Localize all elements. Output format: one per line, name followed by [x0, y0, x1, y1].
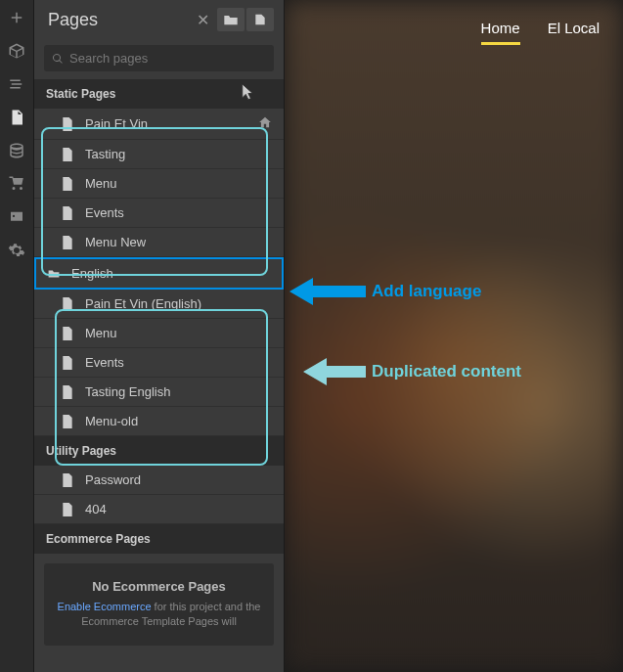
left-rail — [0, 0, 34, 672]
page-icon — [62, 117, 75, 131]
ecommerce-empty-text: Enable Ecommerce for this project and th… — [56, 600, 262, 630]
ecommerce-empty-title: No Ecommerce Pages — [56, 579, 262, 594]
ecommerce-pages-header: Ecommerce Pages — [34, 524, 284, 554]
home-icon — [258, 115, 272, 132]
assets-icon[interactable] — [7, 207, 26, 227]
page-item[interactable]: Menu-old — [34, 407, 284, 436]
search-icon — [52, 53, 64, 65]
page-icon — [62, 503, 75, 516]
nav-el-local[interactable]: El Local — [548, 20, 600, 45]
enable-ecommerce-link[interactable]: Enable Ecommerce — [58, 601, 152, 612]
nav-icon[interactable] — [7, 74, 26, 94]
page-icon — [62, 356, 75, 370]
page-icon — [62, 177, 75, 191]
panel-title: Pages — [48, 10, 189, 30]
page-icon — [62, 206, 75, 220]
ecommerce-empty-box: No Ecommerce Pages Enable Ecommerce for … — [44, 563, 274, 646]
cms-icon[interactable] — [7, 141, 26, 160]
svg-marker-0 — [289, 278, 366, 305]
page-item[interactable]: Tasting — [34, 140, 284, 169]
cube-icon[interactable] — [7, 41, 26, 61]
static-pages-header: Static Pages — [34, 79, 284, 109]
folder-item-english[interactable]: English — [34, 257, 284, 290]
page-item[interactable]: Events — [34, 348, 284, 378]
annotation-add-language: Add language — [372, 282, 481, 301]
page-item[interactable]: Menu — [34, 169, 284, 199]
close-icon[interactable]: ✕ — [197, 11, 209, 29]
page-icon — [62, 327, 75, 340]
new-folder-button[interactable] — [217, 8, 245, 31]
page-icon — [62, 148, 75, 161]
annotation-duplicated: Duplicated content — [372, 362, 521, 381]
page-item[interactable]: Events — [34, 199, 284, 228]
add-icon[interactable] — [7, 8, 26, 27]
page-icon — [62, 473, 75, 487]
page-icon — [62, 415, 75, 428]
svg-marker-1 — [303, 358, 366, 385]
arrow-icon — [289, 278, 366, 305]
static-pages-list: Pain Et Vin Tasting Menu Events Menu New — [34, 109, 284, 436]
folder-icon — [48, 267, 62, 281]
nav-home[interactable]: Home — [481, 20, 520, 45]
utility-pages-list: Password 404 — [34, 466, 284, 524]
page-icon — [62, 297, 75, 311]
preview-bg — [285, 0, 623, 672]
page-item[interactable]: Menu — [34, 319, 284, 348]
page-icon — [62, 385, 75, 399]
utility-pages-header: Utility Pages — [34, 436, 284, 466]
panel-header: Pages ✕ — [34, 0, 284, 39]
page-item[interactable]: Pain Et Vin (English) — [34, 290, 284, 319]
settings-icon[interactable] — [7, 241, 26, 260]
page-item[interactable]: Tasting English — [34, 378, 284, 407]
page-item[interactable]: Password — [34, 466, 284, 495]
pages-panel: Pages ✕ Static Pages Pain Et Vin — [34, 0, 285, 672]
new-page-button[interactable] — [246, 8, 274, 31]
preview-canvas: Home El Local — [285, 0, 623, 672]
page-item[interactable]: Pain Et Vin — [34, 109, 284, 140]
ecommerce-icon[interactable] — [7, 174, 26, 194]
arrow-icon — [303, 358, 366, 385]
page-icon — [62, 236, 75, 249]
search-input[interactable] — [44, 45, 274, 71]
pages-icon[interactable] — [7, 108, 26, 127]
page-item[interactable]: Menu New — [34, 228, 284, 257]
cursor-icon — [241, 83, 254, 101]
site-nav: Home El Local — [481, 20, 600, 45]
page-item[interactable]: 404 — [34, 495, 284, 524]
search-field[interactable] — [69, 51, 266, 66]
